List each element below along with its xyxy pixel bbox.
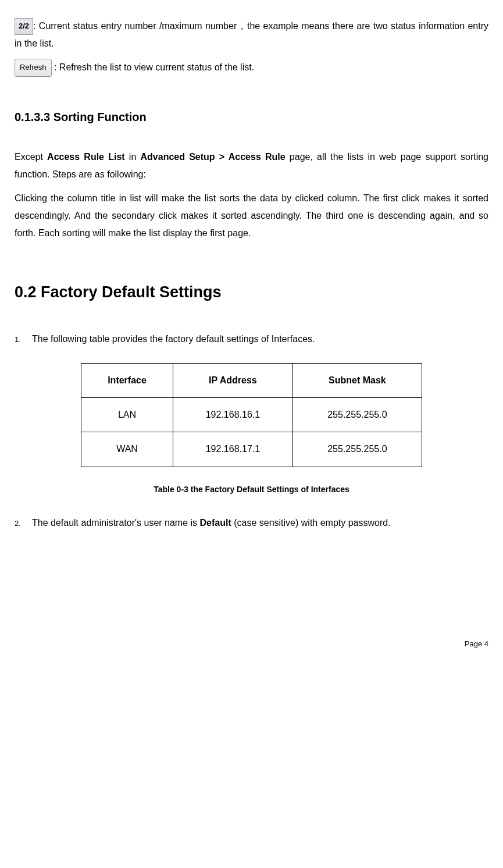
table-cell: 192.168.17.1 (173, 432, 292, 467)
table-header-mask: Subnet Mask (292, 363, 422, 397)
list-number: 2. (15, 514, 32, 532)
list-content: The default administrator's user name is… (32, 514, 488, 532)
heading-factory-default: 0.2 Factory Default Settings (15, 278, 488, 307)
table-header-ip: IP Address (173, 363, 292, 397)
text-fragment: (case sensitive) with empty password. (231, 518, 391, 528)
pager-description: 2/2: Current status entry number /maximu… (15, 17, 488, 53)
refresh-description: Refresh : Refresh the list to view curre… (15, 59, 488, 77)
list-item-1: 1. The following table provides the fact… (15, 330, 488, 348)
text-fragment: Except (15, 152, 47, 162)
refresh-description-text: : Refresh the list to view current statu… (52, 62, 255, 72)
table-header-interface: Interface (81, 363, 173, 397)
table-cell: 255.255.255.0 (292, 397, 422, 432)
table-header-row: Interface IP Address Subnet Mask (81, 363, 422, 397)
list-number: 1. (15, 330, 32, 348)
table-row: WAN 192.168.17.1 255.255.255.0 (81, 432, 422, 467)
list-content: The following table provides the factory… (32, 330, 488, 348)
factory-defaults-table: Interface IP Address Subnet Mask LAN 192… (81, 363, 422, 467)
pager-description-text: : Current status entry number /maximum n… (15, 21, 488, 48)
text-bold: Access Rule List (47, 152, 125, 162)
text-bold: Advanced Setup > Access Rule (141, 152, 286, 162)
table-cell: WAN (81, 432, 173, 467)
table-cell: 255.255.255.0 (292, 432, 422, 467)
table-cell: 192.168.16.1 (173, 397, 292, 432)
table-caption: Table 0-3 the Factory Default Settings o… (15, 482, 488, 497)
sorting-paragraph-1: Except Access Rule List in Advanced Setu… (15, 148, 488, 184)
pager-count-icon: 2/2 (15, 18, 33, 35)
page-number: Page 4 (15, 637, 488, 652)
refresh-button-icon: Refresh (15, 59, 52, 77)
text-bold: Default (200, 518, 231, 528)
text-fragment: The default administrator's user name is (32, 518, 200, 528)
table-cell: LAN (81, 397, 173, 432)
heading-sorting-function: 0.1.3.3 Sorting Function (15, 106, 488, 128)
table-row: LAN 192.168.16.1 255.255.255.0 (81, 397, 422, 432)
sorting-paragraph-2: Clicking the column title in list will m… (15, 190, 488, 243)
list-item-2: 2. The default administrator's user name… (15, 514, 488, 532)
text-fragment: in (125, 152, 141, 162)
